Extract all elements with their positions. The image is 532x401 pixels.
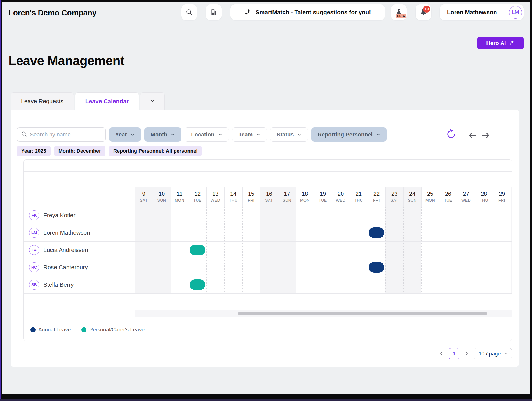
grid-line-v — [368, 187, 368, 207]
filter-dropdown-month[interactable]: Month — [144, 127, 181, 142]
applied-filter-chip: Reporting Personnel: All personnel — [109, 146, 202, 156]
grid-line-v-dashed — [153, 207, 153, 293]
grid-line-v-dashed — [475, 207, 475, 293]
tab-bar: Leave RequestsLeave Calendar — [11, 92, 165, 110]
labs-button[interactable]: BETA — [391, 4, 407, 20]
leave-calendar-panel: YearMonthLocationTeamStatusReporting Per… — [11, 110, 519, 367]
day-number: 15 — [248, 191, 254, 197]
chevron-down-icon — [130, 132, 135, 137]
filter-dropdown-reporting-personnel[interactable]: Reporting Personnel — [311, 127, 387, 142]
notification-count-badge: 13 — [423, 6, 430, 13]
horizontal-scrollbar-track — [135, 310, 512, 317]
grid-line-v-dashed — [296, 207, 296, 293]
company-name: Loren's Demo Company — [8, 8, 96, 17]
day-header-cell: 11MON — [171, 187, 189, 207]
weekend-column-bg — [385, 207, 403, 293]
day-number: 24 — [409, 191, 415, 197]
day-number: 22 — [373, 191, 380, 197]
search-by-name-input[interactable] — [30, 131, 102, 138]
day-number: 19 — [320, 191, 326, 197]
day-header-cell: 23SAT — [385, 187, 403, 207]
grid-line-v-dashed — [368, 207, 368, 293]
day-of-week: MON — [300, 198, 310, 202]
grid-line-v-dashed — [457, 207, 457, 293]
refresh-icon — [446, 136, 456, 140]
day-header-cell: 26TUE — [439, 187, 457, 207]
grid-line-v — [296, 187, 296, 207]
day-number: 25 — [427, 191, 433, 197]
grid-line-v-dashed — [332, 207, 332, 293]
weekend-column-bg — [278, 207, 296, 293]
day-of-week: MON — [175, 198, 184, 202]
leave-pill-personal[interactable] — [190, 245, 205, 255]
previous-period-button[interactable] — [467, 130, 478, 141]
leave-pill-personal[interactable] — [190, 279, 205, 290]
search-by-name-box — [17, 127, 106, 142]
organisation-button[interactable] — [206, 4, 222, 20]
grid-line-v — [493, 187, 493, 207]
day-of-week: TUE — [193, 198, 201, 202]
day-header-cell: 9SAT — [135, 187, 153, 207]
smartmatch-banner-button[interactable]: SmartMatch - Talent suggestions for you! — [230, 4, 385, 20]
previous-page-button[interactable] — [438, 351, 444, 357]
next-page-button[interactable] — [463, 351, 470, 357]
user-menu[interactable]: Loren Mathewson LM — [440, 4, 524, 20]
grid-line-v — [439, 187, 439, 207]
filter-dropdown-location[interactable]: Location — [185, 127, 229, 142]
day-header-cell: 15FRI — [242, 187, 260, 207]
window-frame-bottom — [0, 399, 532, 401]
filter-dropdown-status[interactable]: Status — [270, 127, 308, 142]
employee-row: FKFreya Kotler — [24, 207, 135, 224]
page-size-select[interactable]: 10 / page — [474, 348, 512, 359]
day-header-cell: 12TUE — [189, 187, 206, 207]
day-header-cell: 13WED — [206, 187, 224, 207]
day-of-week: MON — [425, 198, 435, 202]
day-number: 27 — [463, 191, 469, 197]
grid-line-v — [206, 187, 207, 207]
legend-dot-personal — [81, 327, 86, 332]
leave-pill-annual[interactable] — [369, 262, 384, 273]
search-icon — [185, 8, 193, 16]
page-size-value: 10 / page — [479, 351, 501, 357]
grid-line-v — [314, 187, 314, 207]
applied-filter-chip: Month: December — [54, 146, 105, 156]
chevron-down-icon — [376, 132, 380, 137]
horizontal-scrollbar-thumb[interactable] — [238, 312, 487, 315]
hero-ai-label: Hero AI — [486, 40, 506, 46]
chevron-right-icon — [464, 351, 469, 357]
day-of-week: SUN — [408, 198, 417, 202]
filter-dropdown-team[interactable]: Team — [232, 127, 267, 142]
notifications-button[interactable]: 13 — [416, 4, 431, 20]
weekend-column-bg — [135, 207, 153, 293]
employee-name: Lucia Andreissen — [43, 247, 88, 253]
leave-calendar-card: 9SAT10SUN11MON12TUE13WED14THU15FRI16SAT1… — [23, 159, 512, 341]
tab-more-dropdown[interactable] — [140, 92, 165, 110]
grid-line-v-dashed — [385, 207, 386, 293]
day-of-week: TUE — [319, 198, 327, 202]
grid-line-v-dashed — [493, 207, 493, 293]
refresh-button[interactable] — [445, 128, 457, 141]
leave-pill-annual[interactable] — [369, 227, 384, 238]
search-button[interactable] — [181, 4, 197, 20]
next-period-button[interactable] — [480, 130, 491, 141]
day-number: 18 — [302, 191, 308, 197]
employee-name: Stella Berry — [43, 281, 74, 288]
filter-dropdown-year[interactable]: Year — [109, 127, 141, 142]
day-header-cell: 24SUN — [403, 187, 421, 207]
current-page-button[interactable]: 1 — [449, 348, 459, 359]
grid-line-v-dashed — [421, 207, 422, 293]
grid-line-v-dashed — [511, 207, 511, 293]
hero-ai-button[interactable]: Hero AI — [477, 37, 524, 49]
grid-line-v-dashed — [278, 207, 278, 293]
grid-line-v-dashed — [439, 207, 439, 293]
legend-item-annual: Annual Leave — [30, 327, 71, 333]
day-of-week: FRI — [373, 198, 380, 202]
filter-dropdown-label: Team — [239, 131, 253, 138]
grid-line-v — [242, 187, 243, 207]
tab-leave-calendar[interactable]: Leave Calendar — [75, 92, 139, 110]
day-number: 11 — [177, 191, 183, 197]
window-frame-accent — [0, 0, 1, 401]
day-number: 23 — [391, 191, 397, 197]
tab-leave-requests[interactable]: Leave Requests — [11, 92, 74, 110]
day-header-cell: 22FRI — [368, 187, 385, 207]
